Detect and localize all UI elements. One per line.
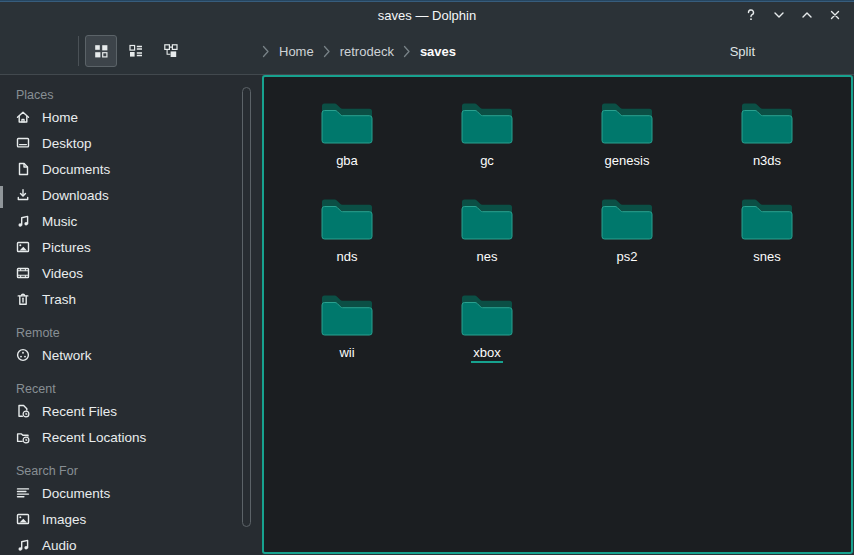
folder-icon <box>599 96 655 146</box>
trash-icon <box>15 291 31 307</box>
folder-label: nes <box>475 249 500 267</box>
maximize-button[interactable] <box>796 5 818 25</box>
folder-icon <box>599 192 655 242</box>
image-icon <box>15 239 31 255</box>
music-note-icon <box>15 213 31 229</box>
sidebar-item-label: Videos <box>42 266 83 281</box>
download-icon <box>15 187 31 203</box>
folder-label: snes <box>751 249 782 267</box>
breadcrumb-separator-icon <box>262 45 270 58</box>
sidebar-item-network[interactable]: Network <box>0 342 262 368</box>
sidebar-item-audio[interactable]: Audio <box>0 532 262 555</box>
sidebar-item-label: Audio <box>42 538 77 553</box>
text-lines-icon <box>15 485 31 501</box>
sidebar-item-recent-files[interactable]: Recent Files <box>0 398 262 424</box>
folder-icon <box>459 192 515 242</box>
sidebar-section-recent: RecentRecent FilesRecent Locations <box>0 380 262 450</box>
window-controls <box>740 5 846 25</box>
sidebar-item-label: Documents <box>42 162 110 177</box>
folder-item-nds[interactable]: nds <box>277 190 417 286</box>
help-button[interactable] <box>740 5 762 25</box>
sidebar-item-downloads[interactable]: Downloads <box>0 182 262 208</box>
pin-icon[interactable] <box>48 6 66 24</box>
sidebar-item-recent-locations[interactable]: Recent Locations <box>0 424 262 450</box>
forward-button[interactable] <box>42 35 74 67</box>
tree-view-icon <box>162 42 180 60</box>
minimize-button[interactable] <box>768 5 790 25</box>
sidebar-section-header: Remote <box>0 324 262 342</box>
sidebar-item-videos[interactable]: Videos <box>0 260 262 286</box>
folder-item-genesis[interactable]: genesis <box>557 94 697 190</box>
folder-view[interactable]: gbagcgenesisn3dsndsnesps2sneswiixbox <box>262 75 853 554</box>
menu-button[interactable] <box>810 35 842 67</box>
sidebar-item-music[interactable]: Music <box>0 208 262 234</box>
window-title: saves — Dolphin <box>0 8 854 23</box>
close-button[interactable] <box>824 5 846 25</box>
sidebar-item-trash[interactable]: Trash <box>0 286 262 312</box>
close-icon <box>827 7 843 23</box>
icons-view-icon <box>92 42 110 60</box>
toolbar-nav-group <box>0 35 262 67</box>
breadcrumb-item-home[interactable]: Home <box>274 42 319 61</box>
places-scrollbar[interactable] <box>242 87 251 527</box>
split-button[interactable]: Split <box>716 35 762 67</box>
toolbar-separator <box>78 36 79 66</box>
folder-item-xbox[interactable]: xbox <box>417 286 557 382</box>
tree-view-button[interactable] <box>155 35 187 67</box>
folder-item-ps2[interactable]: ps2 <box>557 190 697 286</box>
breadcrumb-separator-icon <box>323 45 331 58</box>
sidebar-item-documents[interactable]: Documents <box>0 156 262 182</box>
folder-item-gc[interactable]: gc <box>417 94 557 190</box>
folder-item-nes[interactable]: nes <box>417 190 557 286</box>
folder-label: gba <box>334 153 360 171</box>
sidebar-item-label: Downloads <box>42 188 109 203</box>
sidebar-item-desktop[interactable]: Desktop <box>0 130 262 156</box>
breadcrumb-item-retrodeck[interactable]: retrodeck <box>335 42 399 61</box>
document-icon <box>15 161 31 177</box>
help-icon <box>743 7 759 23</box>
sidebar-item-label: Home <box>42 110 78 125</box>
folder-label: xbox <box>471 345 502 363</box>
sidebar-section-header: Search For <box>0 462 262 480</box>
folder-label: nds <box>335 249 360 267</box>
folder-item-snes[interactable]: snes <box>697 190 837 286</box>
folder-label: genesis <box>603 153 652 171</box>
sidebar-item-label: Recent Files <box>42 404 117 419</box>
folder-label: wii <box>337 345 356 363</box>
folder-label: gc <box>478 153 496 171</box>
sidebar-item-label: Pictures <box>42 240 91 255</box>
network-icon <box>15 347 31 363</box>
sidebar-item-documents[interactable]: Documents <box>0 480 262 506</box>
sidebar-item-home[interactable]: Home <box>0 104 262 130</box>
sidebar-item-pictures[interactable]: Pictures <box>0 234 262 260</box>
sidebar-section-places: PlacesHomeDesktopDocumentsDownloadsMusic… <box>0 86 262 312</box>
dolphin-folder-icon[interactable] <box>12 5 34 25</box>
folder-item-wii[interactable]: wii <box>277 286 417 382</box>
back-button[interactable] <box>10 35 42 67</box>
folder-icon <box>459 288 515 338</box>
sidebar-section-header: Places <box>0 86 262 104</box>
search-button[interactable] <box>770 35 802 67</box>
chevron-up-icon <box>799 7 815 23</box>
folder-icon <box>739 192 795 242</box>
folder-icon <box>319 288 375 338</box>
folder-label: ps2 <box>615 249 640 267</box>
sidebar-item-label: Recent Locations <box>42 430 146 445</box>
icons-view-button[interactable] <box>85 35 117 67</box>
split-button-label: Split <box>730 44 755 59</box>
folder-icon <box>319 192 375 242</box>
folder-item-n3ds[interactable]: n3ds <box>697 94 837 190</box>
recent-files-icon <box>15 403 31 419</box>
folder-item-gba[interactable]: gba <box>277 94 417 190</box>
places-panel: PlacesHomeDesktopDocumentsDownloadsMusic… <box>0 75 262 555</box>
sidebar-item-label: Images <box>42 512 86 527</box>
details-view-icon <box>127 42 145 60</box>
titlebar: saves — Dolphin <box>0 2 854 28</box>
breadcrumb-separator-icon <box>403 45 411 58</box>
window-top-edge <box>0 0 854 2</box>
image-icon <box>15 511 31 527</box>
sidebar-item-images[interactable]: Images <box>0 506 262 532</box>
breadcrumb: Homeretrodecksaves <box>262 42 716 61</box>
sidebar-item-label: Desktop <box>42 136 92 151</box>
details-view-button[interactable] <box>120 35 152 67</box>
